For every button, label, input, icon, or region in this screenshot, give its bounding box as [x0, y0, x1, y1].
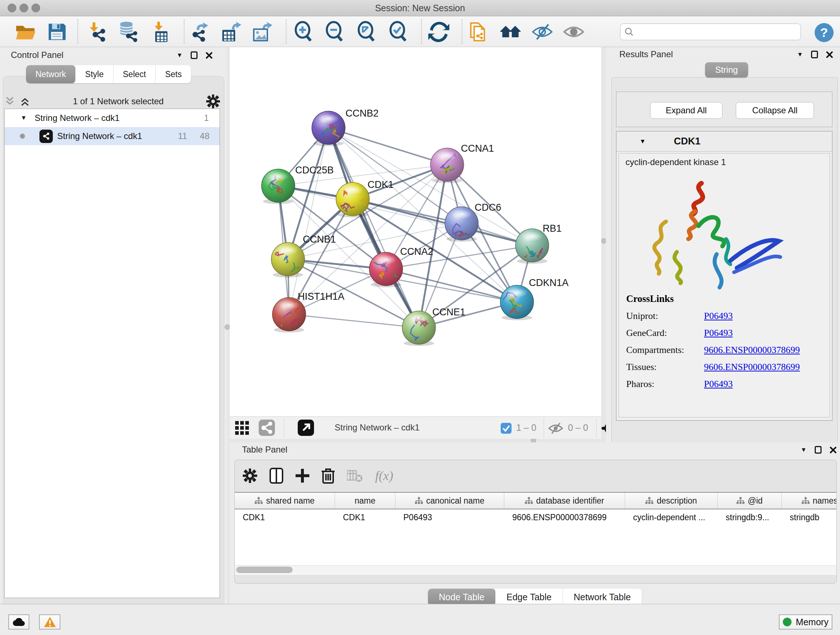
- panel-menu-icon[interactable]: ▼: [177, 52, 183, 58]
- tree-expand-icon[interactable]: ▼: [21, 114, 27, 122]
- save-session-icon[interactable]: [46, 21, 68, 43]
- export-table-icon[interactable]: [219, 21, 241, 43]
- create-column-icon[interactable]: [295, 469, 309, 483]
- export-network-icon[interactable]: [188, 21, 210, 43]
- column-header-description[interactable]: description: [625, 493, 718, 509]
- network-node-ccnb1[interactable]: CCNB1: [271, 234, 336, 279]
- export-image-icon[interactable]: [251, 21, 273, 43]
- table-cell[interactable]: P06493: [395, 513, 504, 523]
- column-header--id[interactable]: @id: [718, 493, 782, 509]
- node-label: RB1: [543, 223, 562, 234]
- svg-text:?: ?: [820, 25, 828, 40]
- table-options-gear-icon[interactable]: [243, 469, 257, 483]
- home-networks-icon[interactable]: [500, 21, 521, 43]
- table-cell[interactable]: stringdb:9...: [718, 513, 782, 523]
- zoom-in-icon[interactable]: [293, 21, 315, 43]
- table-cell[interactable]: 9606.ENSP00000378699: [504, 513, 625, 523]
- collapse-all-button[interactable]: Collapse All: [736, 102, 814, 119]
- import-network-from-database-icon[interactable]: [118, 21, 139, 43]
- warnings-button[interactable]: [39, 614, 60, 630]
- crosslink-link[interactable]: P06493: [704, 328, 733, 339]
- protein-section-header[interactable]: ▼ CDK1: [616, 131, 832, 152]
- table-cell[interactable]: cyclin-dependent ...: [625, 513, 718, 523]
- control-panel-tabs: NetworkStyleSelectSets: [26, 65, 191, 83]
- network-node-cdc6[interactable]: CDC6: [445, 202, 501, 247]
- show-panel-eye-icon[interactable]: [563, 21, 584, 43]
- network-edge[interactable]: [353, 199, 532, 245]
- network-node-ccna1[interactable]: CCNA1: [431, 143, 494, 183]
- search-field[interactable]: [620, 24, 801, 40]
- column-header-canonical-name[interactable]: canonical name: [395, 493, 504, 509]
- crosslink-link[interactable]: 9606.ENSP00000378699: [704, 345, 800, 356]
- tab-string[interactable]: String: [705, 62, 748, 78]
- tab-node-table[interactable]: Node Table: [428, 589, 496, 606]
- float-panel-icon[interactable]: [191, 51, 197, 59]
- cloud-status-button[interactable]: [8, 614, 29, 630]
- network-node-cdc25b[interactable]: CDC25B: [262, 165, 334, 204]
- zoom-selected-icon[interactable]: [388, 21, 409, 43]
- node-table[interactable]: shared namenamecanonical namedatabase id…: [235, 492, 836, 575]
- help-icon[interactable]: ?: [813, 22, 835, 43]
- close-panel-icon[interactable]: [205, 52, 213, 59]
- table-cell[interactable]: CDK1: [235, 513, 335, 523]
- panel-menu-icon[interactable]: ▼: [797, 51, 803, 57]
- expand-all-button[interactable]: Expand All: [650, 102, 722, 119]
- network-overview-icon[interactable]: [259, 420, 275, 436]
- table-horizontal-scrollbar[interactable]: [235, 565, 836, 574]
- tab-edge-table[interactable]: Edge Table: [496, 589, 563, 606]
- column-header-namespace[interactable]: namespace: [782, 493, 836, 509]
- panel-menu-icon[interactable]: ▼: [801, 447, 807, 453]
- network-options-gear-icon[interactable]: [206, 95, 220, 108]
- column-header-name[interactable]: name: [335, 493, 395, 509]
- network-canvas[interactable]: CCNB2CCNA1CDC25BCDK1CDC6RB1CCNB1CCNA2CDK…: [230, 47, 601, 416]
- tab-network[interactable]: Network: [26, 65, 76, 83]
- float-panel-icon[interactable]: [811, 51, 818, 58]
- show-columns-icon[interactable]: [270, 468, 283, 484]
- close-panel-icon[interactable]: [829, 447, 837, 454]
- scrollbar-thumb[interactable]: [236, 567, 293, 573]
- crosslink-link[interactable]: P06493: [704, 310, 733, 321]
- delete-column-icon[interactable]: [322, 468, 335, 484]
- network-edge[interactable]: [289, 314, 419, 328]
- protein-details-box: ▼ CDK1 cyclin-dependent kinase 1: [616, 131, 832, 421]
- import-network-icon[interactable]: [87, 21, 109, 43]
- table-cell[interactable]: stringdb: [782, 513, 836, 523]
- crosslink-link[interactable]: P06493: [704, 379, 733, 390]
- zoom-out-icon[interactable]: [324, 21, 346, 43]
- section-collapse-icon[interactable]: ▼: [639, 138, 646, 145]
- network-edge[interactable]: [289, 128, 328, 314]
- import-table-icon[interactable]: [150, 21, 172, 43]
- network-node-hist1h1a[interactable]: HIST1H1A: [271, 291, 344, 337]
- network-node-ccne1[interactable]: CCNE1: [402, 307, 466, 346]
- network-tree: ▼ String Network – cdk1 1 String Network…: [4, 109, 220, 598]
- close-panel-icon[interactable]: [826, 51, 833, 58]
- column-header-shared-name[interactable]: shared name: [235, 493, 335, 509]
- open-in-new-window-icon[interactable]: [298, 420, 314, 436]
- copy-document-icon[interactable]: [467, 21, 489, 43]
- network-node-cdkn1a[interactable]: CDKN1A: [499, 277, 569, 320]
- crosslink-link[interactable]: 9606.ENSP00000378699: [704, 362, 800, 372]
- network-node-cdk1[interactable]: CDK1: [336, 179, 393, 218]
- expand-all-icon[interactable]: [19, 96, 30, 107]
- collapse-all-icon[interactable]: [4, 96, 15, 107]
- memory-button[interactable]: Memory: [779, 614, 832, 630]
- network-edge[interactable]: [328, 128, 447, 165]
- tab-sets[interactable]: Sets: [156, 65, 191, 83]
- table-cell[interactable]: CDK1: [335, 513, 395, 523]
- tab-style[interactable]: Style: [76, 65, 113, 83]
- column-header-database-identifier[interactable]: database identifier: [504, 493, 625, 509]
- grid-view-icon[interactable]: [235, 421, 250, 435]
- float-panel-icon[interactable]: [815, 446, 821, 454]
- network-collection-row[interactable]: ▼ String Network – cdk1 1: [5, 109, 219, 127]
- hide-panel-eye-icon[interactable]: [531, 21, 553, 43]
- zoom-fit-icon[interactable]: [356, 21, 378, 43]
- open-session-icon[interactable]: [14, 21, 36, 43]
- network-row[interactable]: String Network – cdk1 11 48: [5, 127, 219, 145]
- right-splitter-handle[interactable]: [601, 238, 606, 244]
- network-node-rb1[interactable]: RB1: [515, 223, 562, 264]
- left-splitter-handle[interactable]: [225, 325, 230, 330]
- search-input[interactable]: [634, 27, 801, 37]
- tab-network-table[interactable]: Network Table: [563, 589, 642, 606]
- refresh-icon[interactable]: [428, 21, 450, 43]
- tab-select[interactable]: Select: [114, 65, 156, 83]
